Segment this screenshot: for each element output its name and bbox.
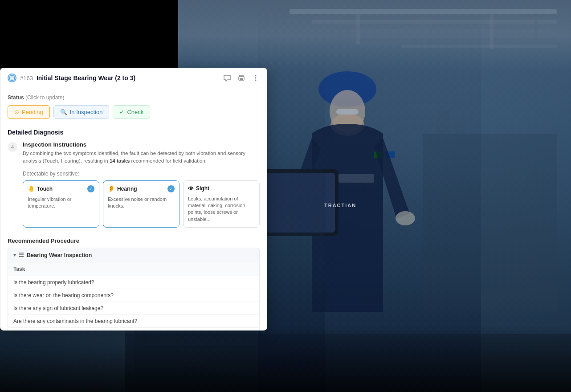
hearing-label: Hearing: [117, 186, 137, 192]
main-panel: #163 Initial Stage Bearing Wear (2 to 3): [0, 68, 267, 331]
inspection-icon: 🔍: [60, 109, 67, 115]
sight-type: 👁 Sight: [188, 185, 209, 192]
sensory-cards-group: 🤚 Touch ✓ Irregular vibration or tempera…: [8, 180, 260, 228]
check-label: Check: [127, 109, 143, 115]
inspection-label: In Inspection: [70, 109, 103, 115]
instruction-number: 4: [8, 142, 17, 152]
hearing-card-header: 👂 Hearing ✓: [108, 185, 175, 192]
hearing-icon: 👂: [108, 185, 115, 192]
diagnosis-title: Detailed Diagnosis: [8, 129, 260, 136]
task-row-1: Is the bearing properly lubricated?: [8, 276, 260, 289]
task-table: Task Is the bearing properly lubricated?…: [8, 262, 260, 331]
instruction-highlight: 14 tasks: [110, 158, 130, 163]
sight-label: Sight: [196, 185, 209, 192]
chevron-down-icon: ▾: [13, 252, 16, 258]
status-check-button[interactable]: ✓ Check: [113, 105, 150, 119]
hearing-description: Excessive noise or random knocks.: [108, 196, 175, 210]
ticket-number: #163: [20, 75, 33, 82]
pending-label: Pending: [22, 109, 43, 115]
procedure-group-header[interactable]: ▾ ☰ Bearing Wear Inspection: [8, 248, 260, 262]
ticket-title: Initial Stage Bearing Wear (2 to 3): [37, 74, 135, 82]
status-label: Status (Click to update): [8, 94, 260, 101]
procedure-section: Recommended Procedure ▾ ☰ Bearing Wear I…: [0, 237, 267, 331]
table-row: Are there any contaminants in the bearin…: [8, 315, 260, 328]
pending-icon: ⊙: [14, 109, 19, 115]
sight-card-header: 👁 Sight: [188, 185, 255, 192]
hearing-check-circle: ✓: [167, 185, 175, 192]
sensory-card-touch: 🤚 Touch ✓ Irregular vibration or tempera…: [23, 180, 99, 228]
touch-icon: 🤚: [28, 185, 35, 192]
procedure-group-name: Bearing Wear Inspection: [27, 252, 92, 258]
task-row-4: Are there any contaminants in the bearin…: [8, 315, 260, 328]
sensory-card-hearing: 👂 Hearing ✓ Excessive noise or random kn…: [103, 180, 179, 228]
svg-point-5: [255, 75, 257, 77]
table-row: Are the bearing seals in good condition?: [8, 328, 260, 331]
detectable-label: Detectable by sensitive:: [8, 171, 260, 177]
hearing-type: 👂 Hearing: [108, 185, 137, 192]
svg-point-6: [255, 78, 257, 79]
task-row-3: Is there any sign of lubricant leakage?: [8, 302, 260, 315]
touch-description: Irregular vibration or temperature.: [28, 196, 94, 210]
task-row-2: Is there wear on the bearing components?: [8, 289, 260, 302]
table-row: Is there any sign of lubricant leakage?: [8, 302, 260, 315]
diagnosis-section: Detailed Diagnosis 4 Inspection Instruct…: [0, 123, 267, 237]
panel-header-actions: [223, 74, 260, 82]
instruction-block: 4 Inspection Instructions By combining t…: [8, 141, 260, 165]
instruction-text: By combining the two symptoms identified…: [23, 150, 260, 165]
svg-point-7: [255, 80, 257, 81]
touch-type: 🤚 Touch: [28, 185, 53, 192]
status-buttons-group: ⊙ Pending 🔍 In Inspection ✓ Check: [8, 105, 260, 119]
more-options-icon[interactable]: [252, 74, 260, 82]
procedure-title: Recommended Procedure: [8, 237, 260, 244]
list-icon: ☰: [19, 252, 24, 258]
message-icon[interactable]: [223, 74, 231, 82]
task-column-header: Task: [8, 262, 260, 276]
sensory-card-sight: 👁 Sight Leaks, accumulation of material,…: [183, 180, 260, 228]
dark-overlay-bottom: [0, 325, 571, 392]
panel-header-left: #163 Initial Stage Bearing Wear (2 to 3): [8, 74, 135, 82]
print-icon[interactable]: [237, 74, 245, 82]
status-click-hint: (Click to update): [25, 94, 64, 101]
status-section: Status (Click to update) ⊙ Pending 🔍 In …: [0, 88, 267, 123]
dark-overlay-topleft: [0, 0, 178, 68]
touch-card-header: 🤚 Touch ✓: [28, 185, 94, 192]
check-icon: ✓: [119, 109, 124, 115]
sight-icon: 👁: [188, 185, 194, 192]
status-inspection-button[interactable]: 🔍 In Inspection: [53, 105, 110, 119]
table-row: Is the bearing properly lubricated?: [8, 276, 260, 289]
task-row-5: Are the bearing seals in good condition?: [8, 328, 260, 331]
instruction-title: Inspection Instructions: [23, 141, 260, 148]
svg-rect-4: [240, 78, 243, 80]
touch-label: Touch: [37, 186, 53, 192]
panel-header: #163 Initial Stage Bearing Wear (2 to 3): [0, 68, 267, 88]
status-pending-button[interactable]: ⊙ Pending: [8, 105, 50, 119]
table-row: Is there wear on the bearing components?: [8, 289, 260, 302]
globe-icon: [8, 74, 16, 82]
sight-description: Leaks, accumulation of material, caking,…: [188, 196, 255, 223]
instruction-text-after: recommended for field validation.: [130, 158, 207, 163]
instruction-content: Inspection Instructions By combining the…: [23, 141, 260, 165]
touch-check-circle: ✓: [87, 185, 94, 192]
